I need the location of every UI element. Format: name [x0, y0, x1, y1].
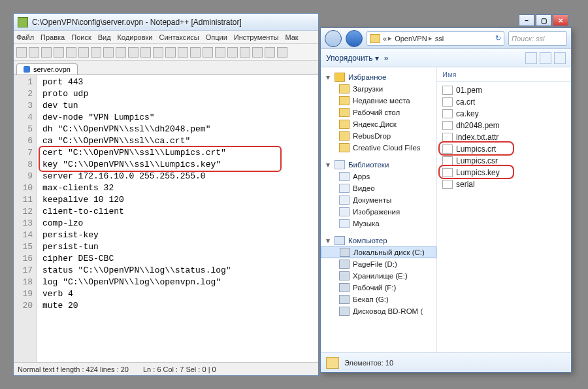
code-line[interactable]: proto udp: [42, 88, 231, 100]
sidebar-item[interactable]: Загрузки: [321, 83, 436, 95]
organize-button[interactable]: Упорядочить ▾: [326, 54, 379, 63]
code-line[interactable]: ca "C:\\OpenVPN\\ssl\\ca.crt": [42, 135, 231, 147]
sidebar-item[interactable]: Видео: [321, 182, 436, 194]
computer-header[interactable]: ▾ Компьютер: [321, 235, 436, 246]
close-button[interactable]: ✕: [553, 14, 568, 26]
tool-print-icon[interactable]: [78, 47, 89, 58]
tool-close-icon[interactable]: [66, 47, 76, 58]
favorites-header[interactable]: ▾ Избранное: [321, 71, 436, 83]
sidebar-item[interactable]: RebusDrop: [321, 130, 436, 142]
tool-record-icon[interactable]: [265, 47, 275, 58]
sidebar-item[interactable]: Музыка: [321, 218, 436, 229]
tool-saveall-icon[interactable]: [54, 47, 64, 58]
tool-redo-icon[interactable]: [140, 47, 151, 58]
code-line[interactable]: max-clients 32: [42, 182, 231, 194]
code-line[interactable]: verb 4: [42, 288, 231, 300]
sidebar-item[interactable]: Дисковод BD-ROM (: [321, 305, 436, 317]
search-box[interactable]: Поиск: ssl: [508, 31, 567, 46]
tool-cut-icon[interactable]: [91, 47, 101, 58]
tool-invisible-icon[interactable]: [215, 47, 225, 58]
menu-macro[interactable]: Мак: [285, 33, 298, 41]
sidebar-item[interactable]: Локальный диск (C:): [321, 246, 436, 258]
tool-indent-icon[interactable]: [227, 47, 238, 58]
notepad-editor[interactable]: 1234567891011121314151617181920 port 443…: [14, 75, 318, 362]
sidebar-item[interactable]: Apps: [321, 171, 436, 182]
tool-func-icon[interactable]: [252, 47, 263, 58]
file-item[interactable]: ca.key: [441, 108, 567, 120]
sidebar-item[interactable]: Creative Cloud Files: [321, 142, 436, 154]
tool-zoomout-icon[interactable]: [190, 47, 201, 58]
column-header[interactable]: Имя: [437, 67, 571, 82]
sidebar-item[interactable]: Яндекс.Диск: [321, 118, 436, 130]
code-line[interactable]: client-to-client: [42, 206, 231, 218]
menu-edit[interactable]: Правка: [41, 33, 65, 41]
crumb-openvpn[interactable]: OpenVPN▸: [395, 34, 433, 42]
code-line[interactable]: keepalive 10 120: [42, 194, 231, 206]
code-line[interactable]: server 172.16.10.0 255.255.255.0: [42, 171, 231, 182]
code-line[interactable]: dh "C:\\OpenVPN\\ssl\\dh2048.pem": [42, 124, 231, 135]
file-item[interactable]: Lumpics.crt: [441, 143, 567, 155]
address-bar[interactable]: «▸ OpenVPN▸ ssl ↻: [367, 31, 504, 46]
code-line[interactable]: dev tun: [42, 100, 231, 112]
code-line[interactable]: cert "C:\\OpenVPN\\ssl\\Lumpics.crt": [42, 147, 231, 159]
view-mode-icon[interactable]: [525, 52, 537, 64]
tool-find-icon[interactable]: [153, 47, 163, 58]
menu-syntax[interactable]: Синтаксисы: [159, 33, 199, 41]
code-line[interactable]: persist-key: [42, 229, 231, 241]
tool-save-icon[interactable]: [41, 47, 52, 58]
nav-forward-button[interactable]: [346, 30, 363, 47]
maximize-button[interactable]: ▢: [536, 14, 551, 26]
code-line[interactable]: status "C:\\OpenVPN\\log\\status.log": [42, 265, 231, 277]
code-line[interactable]: port 443: [42, 76, 231, 88]
sidebar-item[interactable]: Документы: [321, 194, 436, 206]
sidebar-item[interactable]: Рабочий (F:): [321, 282, 436, 294]
code-line[interactable]: cipher DES-CBC: [42, 253, 231, 265]
preview-pane-icon[interactable]: [540, 52, 551, 64]
code-area[interactable]: port 443proto udpdev tundev-node "VPN Lu…: [37, 75, 231, 362]
code-line[interactable]: dev-node "VPN Lumpics": [42, 112, 231, 124]
menu-search[interactable]: Поиск: [71, 33, 91, 41]
menu-options[interactable]: Опции: [206, 33, 227, 41]
file-item[interactable]: dh2048.pem: [441, 120, 567, 131]
code-line[interactable]: key "C:\\OpenVPN\\ssl\\Lumpics.key": [42, 159, 231, 171]
tool-copy-icon[interactable]: [103, 47, 114, 58]
file-item[interactable]: Lumpics.key: [441, 167, 567, 178]
tab-server-ovpn[interactable]: server.ovpn: [16, 63, 78, 75]
file-item[interactable]: ca.crt: [441, 96, 567, 108]
code-line[interactable]: mute 20: [42, 300, 231, 312]
tool-replace-icon[interactable]: [165, 47, 176, 58]
crumb-ssl[interactable]: ssl: [435, 35, 444, 42]
tool-paste-icon[interactable]: [116, 47, 126, 58]
overflow-button[interactable]: »: [384, 54, 389, 63]
tool-zoomin-icon[interactable]: [178, 47, 188, 58]
notepad-titlebar[interactable]: C:\OpenVPN\config\server.ovpn - Notepad+…: [14, 14, 318, 31]
code-line[interactable]: comp-lzo: [42, 218, 231, 229]
file-item[interactable]: Lumpics.csr: [441, 155, 567, 167]
tool-open-icon[interactable]: [29, 47, 39, 58]
help-icon[interactable]: [554, 52, 566, 64]
menu-file[interactable]: Файл: [16, 33, 34, 41]
sidebar-item[interactable]: Изображения: [321, 206, 436, 218]
refresh-icon[interactable]: ↻: [495, 34, 501, 42]
nav-back-button[interactable]: [325, 30, 342, 47]
libraries-header[interactable]: ▾ Библиотеки: [321, 159, 436, 171]
menu-encoding[interactable]: Кодировки: [118, 33, 153, 41]
tool-new-icon[interactable]: [16, 47, 27, 58]
tool-play-icon[interactable]: [277, 47, 287, 58]
sidebar-item[interactable]: PageFile (D:): [321, 258, 436, 270]
crumb-root[interactable]: «▸: [383, 34, 392, 42]
tool-undo-icon[interactable]: [128, 47, 139, 58]
menu-tools[interactable]: Инструменты: [234, 33, 279, 41]
sidebar-item[interactable]: Рабочий стол: [321, 107, 436, 118]
file-item[interactable]: 01.pem: [441, 84, 567, 96]
sidebar-item[interactable]: Хранилище (E:): [321, 270, 436, 282]
code-line[interactable]: log "C:\\OpenVPN\\log\\openvpn.log": [42, 277, 231, 288]
tool-folder-icon[interactable]: [240, 47, 250, 58]
file-item[interactable]: serial: [441, 178, 567, 190]
sidebar-item[interactable]: Недавние места: [321, 95, 436, 107]
tool-wrap-icon[interactable]: [203, 47, 213, 58]
code-line[interactable]: persist-tun: [42, 241, 231, 253]
minimize-button[interactable]: –: [519, 14, 534, 26]
sidebar-item[interactable]: Бекап (G:): [321, 294, 436, 305]
file-item[interactable]: index.txt.attr: [441, 131, 567, 143]
